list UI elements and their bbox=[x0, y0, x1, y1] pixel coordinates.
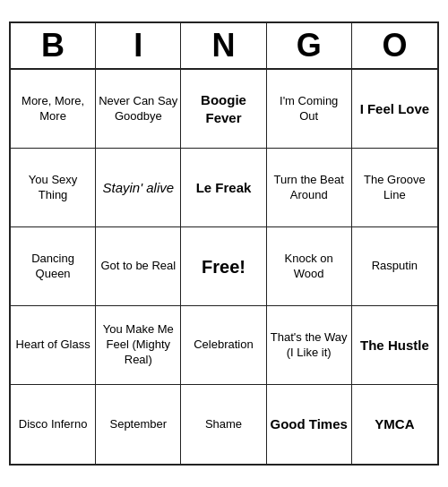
bingo-cell[interactable]: That's the Way (I Like it) bbox=[267, 306, 352, 385]
header-letter: I bbox=[96, 23, 181, 68]
bingo-cell[interactable]: I'm Coming Out bbox=[267, 70, 352, 149]
bingo-grid: More, More, MoreNever Can Say GoodbyeBoo… bbox=[11, 70, 437, 464]
bingo-cell[interactable]: September bbox=[96, 385, 181, 464]
bingo-cell[interactable]: Turn the Beat Around bbox=[267, 149, 352, 227]
bingo-cell[interactable]: Got to be Real bbox=[96, 227, 181, 306]
bingo-card: BINGO More, More, MoreNever Can Say Good… bbox=[9, 21, 439, 466]
bingo-cell[interactable]: More, More, More bbox=[11, 70, 96, 149]
bingo-cell[interactable]: Free! bbox=[181, 227, 266, 306]
bingo-cell[interactable]: Boogie Fever bbox=[181, 70, 266, 149]
bingo-cell[interactable]: Stayin' alive bbox=[96, 149, 181, 227]
bingo-cell[interactable]: The Hustle bbox=[352, 306, 437, 385]
bingo-header: BINGO bbox=[11, 23, 437, 70]
bingo-cell[interactable]: The Groove Line bbox=[352, 149, 437, 227]
bingo-cell[interactable]: Heart of Glass bbox=[11, 306, 96, 385]
bingo-cell[interactable]: Shame bbox=[181, 385, 266, 464]
header-letter: G bbox=[267, 23, 352, 68]
bingo-cell[interactable]: YMCA bbox=[352, 385, 437, 464]
bingo-cell[interactable]: Disco Inferno bbox=[11, 385, 96, 464]
bingo-cell[interactable]: You Sexy Thing bbox=[11, 149, 96, 227]
bingo-cell[interactable]: Good Times bbox=[267, 385, 352, 464]
bingo-cell[interactable]: Le Freak bbox=[181, 149, 266, 227]
header-letter: N bbox=[181, 23, 266, 68]
bingo-cell[interactable]: Never Can Say Goodbye bbox=[96, 70, 181, 149]
bingo-cell[interactable]: Knock on Wood bbox=[267, 227, 352, 306]
header-letter: B bbox=[11, 23, 96, 68]
bingo-cell[interactable]: Dancing Queen bbox=[11, 227, 96, 306]
bingo-cell[interactable]: Celebration bbox=[181, 306, 266, 385]
bingo-cell[interactable]: Rasputin bbox=[352, 227, 437, 306]
header-letter: O bbox=[352, 23, 437, 68]
bingo-cell[interactable]: You Make Me Feel (Mighty Real) bbox=[96, 306, 181, 385]
bingo-cell[interactable]: I Feel Love bbox=[352, 70, 437, 149]
